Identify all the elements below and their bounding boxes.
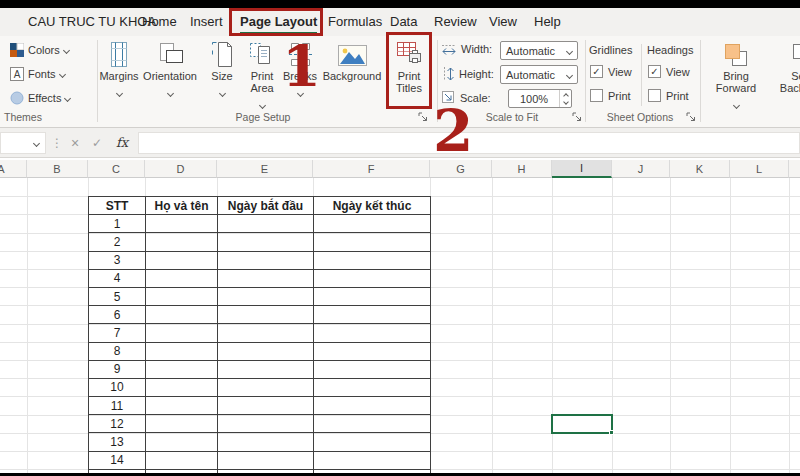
column-header-K[interactable]: K [670,160,730,178]
sheet-options-dialog-launcher[interactable] [686,112,696,122]
tab-page-layout[interactable]: Page Layout [240,8,317,36]
orientation-button[interactable]: Orientation [139,38,201,126]
empty-cell[interactable] [314,306,431,324]
stt-cell[interactable]: 1 [89,215,146,233]
tab-view[interactable]: View [489,8,517,36]
empty-cell[interactable] [146,270,218,288]
width-dropdown[interactable]: Automatic [500,41,578,60]
empty-cell[interactable] [218,343,314,361]
column-header-D[interactable]: D [145,160,217,178]
empty-cell[interactable] [218,252,314,270]
empty-cell[interactable] [314,452,431,470]
empty-cell[interactable] [146,452,218,470]
headings-print-checkbox[interactable]: Print [648,89,689,102]
stt-cell[interactable]: 14 [89,452,146,470]
stt-cell[interactable]: 4 [89,270,146,288]
height-dropdown[interactable]: Automatic [500,65,578,84]
empty-cell[interactable] [314,343,431,361]
stt-cell[interactable]: 3 [89,252,146,270]
empty-cell[interactable] [314,415,431,433]
empty-cell[interactable] [218,306,314,324]
send-backward-button[interactable]: Send Backward [770,38,800,126]
stt-cell[interactable]: 10 [89,379,146,397]
gridlines-view-checkbox[interactable]: ✓ View [590,65,632,78]
selected-cell[interactable] [551,414,613,434]
empty-cell[interactable] [146,324,218,342]
gridlines-print-checkbox[interactable]: Print [590,89,631,102]
column-header-B[interactable]: B [27,160,88,178]
page-setup-dialog-launcher[interactable] [418,112,428,122]
tab-help[interactable]: Help [534,8,561,36]
tab-review[interactable]: Review [434,8,477,36]
empty-cell[interactable] [146,252,218,270]
background-button[interactable]: Background [317,38,387,126]
cancel-icon[interactable]: × [66,132,84,154]
empty-cell[interactable] [218,233,314,251]
stt-cell[interactable]: 12 [89,415,146,433]
stt-cell[interactable]: 13 [89,433,146,451]
empty-cell[interactable] [146,415,218,433]
headings-view-checkbox[interactable]: ✓ View [648,65,690,78]
empty-cell[interactable] [146,343,218,361]
column-header-C[interactable]: C [88,160,145,178]
column-header-L[interactable]: L [730,160,789,178]
empty-cell[interactable] [314,379,431,397]
margins-button[interactable]: Margins [99,38,139,126]
empty-cell[interactable] [146,288,218,306]
bring-forward-button[interactable]: Bring Forward [702,38,770,126]
tab-data[interactable]: Data [390,8,417,36]
empty-cell[interactable] [218,324,314,342]
spreadsheet-grid[interactable]: ABCDEFGHIJKLM STTHọ và tênNgày bắt đầuNg… [0,158,800,476]
empty-cell[interactable] [218,452,314,470]
empty-cell[interactable] [314,252,431,270]
empty-cell[interactable] [146,233,218,251]
empty-cell[interactable] [218,288,314,306]
stt-cell[interactable]: 11 [89,397,146,415]
empty-cell[interactable] [146,361,218,379]
column-header-J[interactable]: J [612,160,670,178]
column-header-E[interactable]: E [217,160,313,178]
empty-cell[interactable] [314,215,431,233]
empty-cell[interactable] [146,433,218,451]
insert-function-icon[interactable]: fx [112,132,132,154]
stt-cell[interactable]: 6 [89,306,146,324]
column-header-A[interactable]: A [0,160,27,178]
table-header-cell[interactable]: Ngày bắt đầu [218,197,314,215]
empty-cell[interactable] [314,433,431,451]
empty-cell[interactable] [314,270,431,288]
table-header-cell[interactable]: Họ và tên [146,197,218,215]
empty-cell[interactable] [146,397,218,415]
scale-spinner[interactable]: 100% [508,89,572,108]
tab-insert[interactable]: Insert [190,8,223,36]
fonts-button[interactable]: A Fonts [10,65,65,83]
column-header-M[interactable]: M [789,160,800,178]
empty-cell[interactable] [218,415,314,433]
empty-cell[interactable] [218,379,314,397]
empty-cell[interactable] [218,397,314,415]
enter-check-icon[interactable]: ✓ [88,132,106,154]
table-header-cell[interactable]: Ngày kết thúc [314,197,431,215]
colors-button[interactable]: Colors [10,41,69,59]
formula-input[interactable] [138,132,800,154]
stt-cell[interactable]: 9 [89,361,146,379]
column-header-G[interactable]: G [430,160,492,178]
empty-cell[interactable] [218,215,314,233]
empty-cell[interactable] [314,324,431,342]
column-header-F[interactable]: F [313,160,430,178]
spinner-arrows-icon[interactable] [559,90,571,107]
empty-cell[interactable] [218,270,314,288]
effects-button[interactable]: Effects [10,89,70,107]
empty-cell[interactable] [218,361,314,379]
table-header-cell[interactable]: STT [89,197,146,215]
empty-cell[interactable] [146,379,218,397]
name-box[interactable] [0,132,46,154]
empty-cell[interactable] [146,215,218,233]
empty-cell[interactable] [218,433,314,451]
stt-cell[interactable]: 7 [89,324,146,342]
empty-cell[interactable] [146,306,218,324]
stt-cell[interactable]: 5 [89,288,146,306]
tab-home[interactable]: Home [142,8,177,36]
fill-handle[interactable] [609,430,614,435]
empty-cell[interactable] [314,233,431,251]
column-header-H[interactable]: H [492,160,552,178]
